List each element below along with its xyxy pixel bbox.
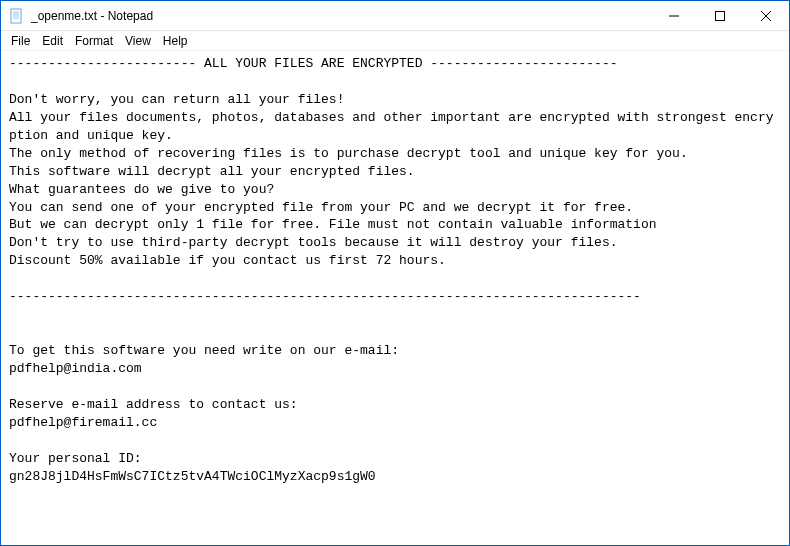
close-button[interactable] [743,1,789,30]
maximize-button[interactable] [697,1,743,30]
menu-help[interactable]: Help [157,33,194,49]
menu-format[interactable]: Format [69,33,119,49]
menu-edit[interactable]: Edit [36,33,69,49]
notepad-window: _openme.txt - Notepad File Edit Format V… [0,0,790,546]
window-title: _openme.txt - Notepad [31,9,153,23]
menu-file[interactable]: File [5,33,36,49]
menu-view[interactable]: View [119,33,157,49]
notepad-icon [9,8,25,24]
svg-rect-6 [716,11,725,20]
window-controls [651,1,789,30]
menubar: File Edit Format View Help [1,31,789,51]
titlebar[interactable]: _openme.txt - Notepad [1,1,789,31]
text-area[interactable]: ------------------------ ALL YOUR FILES … [1,51,789,545]
minimize-button[interactable] [651,1,697,30]
